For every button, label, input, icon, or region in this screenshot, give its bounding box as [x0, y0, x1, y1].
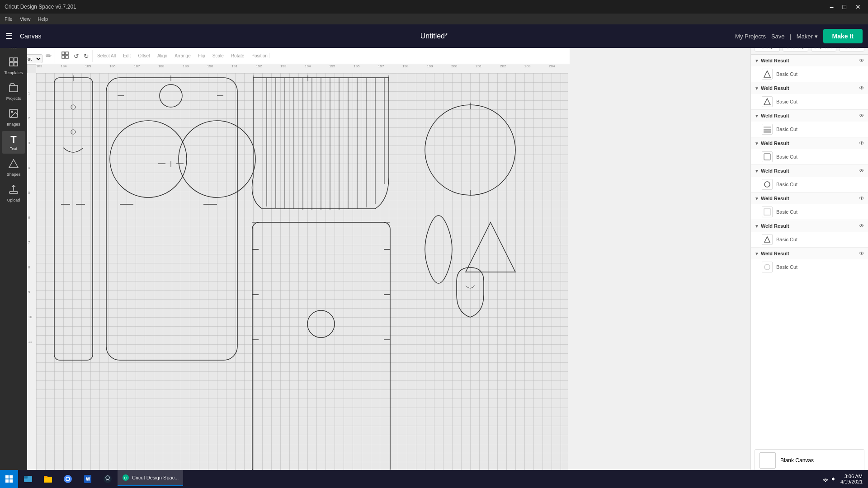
- layer-row-7[interactable]: Basic Cut: [751, 232, 868, 247]
- make-it-button[interactable]: Make It: [823, 29, 863, 43]
- project-title: Untitled*: [420, 32, 448, 40]
- menu-help[interactable]: Help: [38, 16, 48, 22]
- sidebar-text[interactable]: T Text: [2, 131, 25, 154]
- layer-thumb-2: [762, 96, 773, 107]
- weld-toggle-1[interactable]: ▼: [755, 58, 759, 63]
- scale-label: Scale: [212, 53, 224, 58]
- weld-eye-7[interactable]: 👁: [859, 223, 864, 229]
- sidebar-images-label: Images: [7, 122, 20, 127]
- sidebar-templates-label: Templates: [4, 70, 23, 75]
- weld-header-7[interactable]: ▼ Weld Result 👁: [751, 220, 868, 232]
- weld-toggle-2[interactable]: ▼: [755, 86, 759, 91]
- layer-thumb-5: [762, 179, 773, 190]
- templates-icon: [8, 56, 19, 70]
- menu-bar: File View Help: [0, 14, 868, 24]
- layer-row-8[interactable]: Basic Cut: [751, 259, 868, 275]
- taskbar-chrome[interactable]: [58, 470, 78, 488]
- blank-canvas-tile[interactable]: Blank Canvas: [755, 449, 864, 472]
- taskbar-date: 4/19/2021: [840, 479, 863, 484]
- close-button[interactable]: ✕: [853, 3, 863, 10]
- hamburger-menu[interactable]: ☰: [5, 31, 13, 41]
- windows-start-button[interactable]: [0, 470, 18, 488]
- layer-group-6: ▼ Weld Result 👁 Basic Cut: [751, 192, 868, 220]
- weld-toggle-4[interactable]: ▼: [755, 141, 759, 146]
- minimize-button[interactable]: –: [827, 3, 836, 10]
- basic-cut-label-3: Basic Cut: [776, 127, 797, 132]
- layer-row-2[interactable]: Basic Cut: [751, 94, 868, 109]
- taskbar: W C Cricut Design Spac...: [0, 470, 868, 488]
- weld-eye-8[interactable]: 👁: [859, 250, 864, 257]
- sidebar-shapes[interactable]: Shapes: [2, 155, 25, 179]
- layer-thumb-7: [762, 234, 773, 245]
- maximize-button[interactable]: □: [840, 3, 849, 10]
- weld-eye-1[interactable]: 👁: [859, 57, 864, 64]
- blank-canvas-preview: [760, 452, 776, 469]
- weld-toggle-8[interactable]: ▼: [755, 251, 759, 256]
- images-icon: [8, 108, 19, 121]
- basic-cut-label-1: Basic Cut: [776, 71, 797, 77]
- weld-eye-5[interactable]: 👁: [859, 168, 864, 174]
- layer-row-5[interactable]: Basic Cut: [751, 177, 868, 192]
- weld-header-3[interactable]: ▼ Weld Result 👁: [751, 110, 868, 122]
- pen-tool-button[interactable]: ✏: [44, 50, 53, 61]
- svg-rect-0: [62, 52, 65, 55]
- sidebar-templates[interactable]: Templates: [2, 54, 25, 78]
- svg-point-16: [71, 105, 75, 109]
- layer-row-1[interactable]: Basic Cut: [751, 66, 868, 82]
- basic-cut-label-7: Basic Cut: [776, 237, 797, 242]
- svg-marker-92: [832, 477, 834, 481]
- menu-view[interactable]: View: [20, 16, 31, 22]
- menu-file[interactable]: File: [5, 16, 13, 22]
- weld-toggle-6[interactable]: ▼: [755, 196, 759, 201]
- weld-toggle-3[interactable]: ▼: [755, 113, 759, 118]
- weld-eye-6[interactable]: 👁: [859, 195, 864, 202]
- weld-header-5[interactable]: ▼ Weld Result 👁: [751, 165, 868, 177]
- select-all-button[interactable]: [60, 50, 71, 62]
- taskbar-time-date: 3:06 AM 4/19/2021: [840, 474, 863, 484]
- sidebar-upload-label: Upload: [7, 198, 20, 202]
- taskbar-steam[interactable]: [98, 470, 118, 488]
- sidebar-projects[interactable]: Projects: [2, 80, 25, 103]
- sidebar-upload[interactable]: Upload: [2, 181, 25, 205]
- layer-row-4[interactable]: Basic Cut: [751, 149, 868, 164]
- save-button[interactable]: Save |: [771, 33, 791, 40]
- svg-rect-7: [9, 58, 13, 61]
- layer-row-3[interactable]: Basic Cut: [751, 122, 868, 137]
- layers-list[interactable]: ▼ Weld Result 👁 Basic Cut ▼ Weld Result …: [751, 55, 868, 473]
- svg-rect-10: [14, 62, 18, 66]
- taskbar-file-explorer[interactable]: [38, 470, 58, 488]
- sidebar-text-label: Text: [10, 146, 18, 151]
- weld-eye-2[interactable]: 👁: [859, 85, 864, 91]
- weld-header-8[interactable]: ▼ Weld Result 👁: [751, 248, 868, 259]
- weld-header-2[interactable]: ▼ Weld Result 👁: [751, 82, 868, 94]
- weld-header-6[interactable]: ▼ Weld Result 👁: [751, 192, 868, 204]
- weld-eye-3[interactable]: 👁: [859, 113, 864, 119]
- layer-group-2: ▼ Weld Result 👁 Basic Cut: [751, 82, 868, 110]
- projects-icon: [8, 82, 19, 95]
- sidebar-projects-label: Projects: [6, 96, 21, 101]
- svg-point-23: [110, 121, 187, 197]
- weld-toggle-7[interactable]: ▼: [755, 224, 759, 229]
- my-projects-button[interactable]: My Projects: [735, 33, 766, 40]
- weld-toggle-5[interactable]: ▼: [755, 169, 759, 174]
- taskbar-explorer[interactable]: [18, 470, 38, 488]
- canvas-content[interactable]: [36, 73, 568, 488]
- taskbar-word[interactable]: W: [78, 470, 98, 488]
- layer-thumb-8: [762, 262, 773, 272]
- upload-icon: [8, 184, 19, 197]
- redo-button[interactable]: ↻: [82, 51, 90, 61]
- layer-row-6[interactable]: Basic Cut: [751, 204, 868, 220]
- svg-marker-63: [466, 222, 515, 272]
- layer-group-1: ▼ Weld Result 👁 Basic Cut: [751, 55, 868, 82]
- weld-header-1[interactable]: ▼ Weld Result 👁: [751, 55, 868, 66]
- undo-button[interactable]: ↺: [72, 51, 80, 61]
- canvas-area[interactable]: 183 184 185 186 187 188 189 190 191 192 …: [27, 64, 568, 488]
- title-bar: Cricut Design Space v6.7.201 – □ ✕: [0, 0, 868, 14]
- taskbar-cricut-window[interactable]: C Cricut Design Spac...: [118, 470, 183, 486]
- weld-header-4[interactable]: ▼ Weld Result 👁: [751, 137, 868, 149]
- sidebar-images[interactable]: Images: [2, 105, 25, 129]
- weld-eye-4[interactable]: 👁: [859, 140, 864, 146]
- basic-cut-label-8: Basic Cut: [776, 264, 797, 270]
- svg-point-22: [160, 84, 182, 107]
- maker-button[interactable]: Maker ▾: [797, 33, 818, 40]
